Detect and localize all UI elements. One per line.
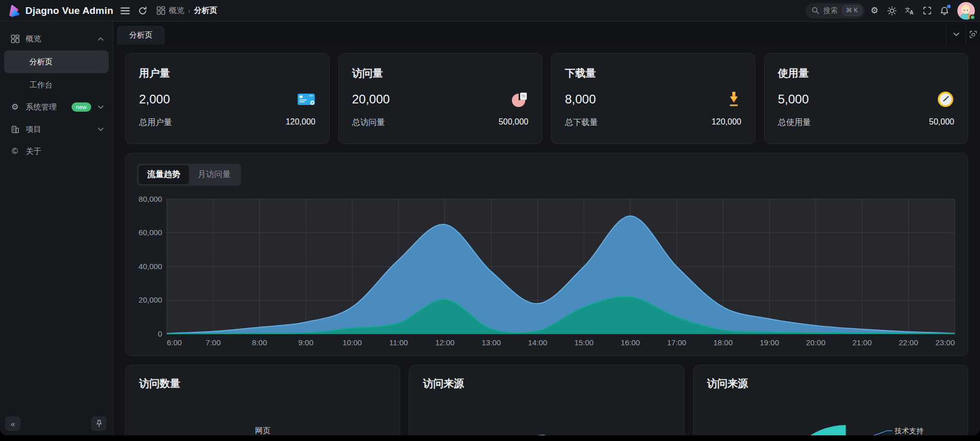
chevron-up-icon	[98, 37, 104, 41]
sidebar-item-analysis[interactable]: 分析页	[4, 50, 109, 73]
tab-analysis[interactable]: 分析页	[117, 26, 165, 44]
theme-toggle-button[interactable]	[884, 3, 900, 19]
svg-text:22:00: 22:00	[899, 338, 918, 347]
stat-footer-label: 总下载量	[565, 117, 598, 128]
stat-value: 2,000	[139, 92, 170, 107]
stat-footer-value: 120,000	[712, 117, 742, 128]
sidebar: 概览 分析页 工作台 ⚙ 系统管理 new	[0, 22, 113, 435]
svg-text:11:00: 11:00	[389, 338, 408, 347]
svg-text:16:00: 16:00	[621, 338, 640, 347]
refresh-button[interactable]	[135, 3, 150, 19]
pin-icon	[96, 420, 102, 428]
breadcrumb-item-current: 分析页	[194, 6, 217, 15]
sidebar-item-workbench[interactable]: 工作台	[4, 75, 109, 95]
sidebar-item-label: 系统管理	[26, 102, 66, 112]
expand-icon	[969, 30, 977, 39]
stat-card-visits: 访问量 20,000 % 总访问量 500,	[338, 53, 543, 144]
hamburger-icon	[121, 7, 130, 14]
sidebar-item-label: 分析页	[29, 57, 104, 67]
sidebar-item-overview[interactable]: 概览	[4, 28, 109, 49]
user-avatar[interactable]	[957, 2, 975, 20]
svg-text:80,000: 80,000	[139, 195, 162, 203]
sidebar-item-label: 工作台	[29, 80, 104, 90]
search-placeholder: 搜索	[823, 6, 838, 15]
tab-menu-button[interactable]	[946, 25, 966, 44]
stat-card-usage: 使用量 5,000 总使用量	[764, 53, 969, 144]
svg-text:9:00: 9:00	[298, 338, 313, 347]
sidebar-pin-button[interactable]	[91, 416, 107, 431]
tab-controls	[946, 25, 980, 44]
stat-footer-value: 50,000	[929, 117, 954, 128]
header-main: 概览 › 分析页 搜索 ⌘ K ⚙	[113, 0, 980, 21]
id-card-icon	[297, 92, 316, 107]
trend-tabs: 流量趋势 月访问量	[137, 164, 241, 186]
chevron-down-icon	[953, 32, 959, 37]
sidebar-item-about[interactable]: © 关于	[4, 141, 109, 162]
pictorial-label-web: 网页	[255, 426, 270, 435]
settings-button[interactable]: ⚙	[867, 3, 882, 19]
search-input[interactable]: 搜索 ⌘ K	[805, 3, 865, 19]
visit-source-pie-chart-2: 技术支持	[694, 365, 968, 435]
svg-text:8:00: 8:00	[252, 338, 267, 347]
svg-text:21:00: 21:00	[852, 338, 871, 347]
stat-footer-label: 总访问量	[352, 117, 385, 128]
stat-value: 20,000	[352, 92, 390, 107]
visit-source-pie-card-2: 访问来源 技术支持	[693, 365, 968, 435]
sidebar-toggle-button[interactable]	[117, 3, 133, 19]
fullscreen-button[interactable]	[919, 3, 935, 19]
stat-footer-label: 总用户量	[139, 117, 172, 128]
sidebar-collapse-button[interactable]: «	[5, 416, 21, 431]
svg-text:6:00: 6:00	[167, 338, 182, 347]
pie-label-tech-support: 技术支持	[894, 427, 923, 435]
tab-monthly-visits[interactable]: 月访问量	[189, 165, 239, 184]
svg-text:10:00: 10:00	[342, 338, 362, 347]
new-badge: new	[72, 102, 91, 112]
stat-card-users: 用户量 2,000	[125, 53, 330, 144]
building-icon	[10, 125, 20, 134]
chevron-down-icon	[98, 128, 104, 131]
svg-text:7:00: 7:00	[205, 338, 220, 347]
bottom-row: 访问数量 网页 访问来源 访问来源	[125, 365, 968, 435]
sidebar-item-projects[interactable]: 项目	[4, 119, 109, 139]
card-title: 访问来源	[423, 377, 670, 391]
refresh-icon	[138, 6, 147, 15]
page-content: 用户量 2,000	[113, 44, 980, 435]
app-header: Djagno Vue Admin	[0, 0, 980, 22]
search-shortcut-kbd: ⌘ K	[842, 5, 862, 16]
svg-text:%: %	[522, 94, 525, 98]
search-icon	[812, 7, 819, 14]
brand[interactable]: Djagno Vue Admin	[0, 0, 113, 21]
stat-title: 访问量	[352, 66, 529, 80]
translate-icon: 文 A	[905, 6, 915, 15]
clock-icon	[937, 91, 954, 108]
online-status-dot	[970, 14, 975, 20]
svg-text:14:00: 14:00	[528, 338, 547, 347]
visit-count-card: 访问数量 网页	[125, 365, 400, 435]
svg-text:15:00: 15:00	[574, 338, 593, 347]
notifications-button[interactable]	[937, 3, 952, 19]
svg-text:60,000: 60,000	[139, 228, 162, 237]
svg-text:20:00: 20:00	[806, 338, 825, 347]
fullscreen-icon	[923, 6, 932, 15]
svg-text:40,000: 40,000	[139, 262, 162, 271]
stat-title: 使用量	[778, 66, 955, 80]
grid-icon	[10, 34, 20, 43]
sidebar-item-system-management[interactable]: ⚙ 系统管理 new	[4, 97, 109, 117]
svg-text:0: 0	[158, 329, 162, 338]
tab-traffic-trend[interactable]: 流量趋势	[139, 165, 189, 184]
app-title: Djagno Vue Admin	[25, 5, 113, 16]
svg-text:17:00: 17:00	[667, 338, 686, 347]
stat-footer-value: 120,000	[286, 117, 316, 128]
svg-text:12:00: 12:00	[435, 338, 454, 347]
gear-icon: ⚙	[10, 103, 20, 111]
content-fullscreen-button[interactable]	[966, 25, 980, 44]
stat-value: 8,000	[565, 92, 596, 107]
sun-icon	[887, 6, 897, 15]
copyright-icon: ©	[10, 147, 20, 155]
card-title: 访问数量	[139, 377, 386, 391]
breadcrumb: 概览 › 分析页	[157, 6, 217, 15]
breadcrumb-item-overview[interactable]: 概览	[169, 6, 184, 15]
sidebar-item-label: 关于	[26, 147, 104, 156]
language-button[interactable]: 文 A	[902, 3, 917, 19]
traffic-trend-area-chart: 020,00040,00060,00080,0006:007:008:009:0…	[137, 194, 956, 349]
